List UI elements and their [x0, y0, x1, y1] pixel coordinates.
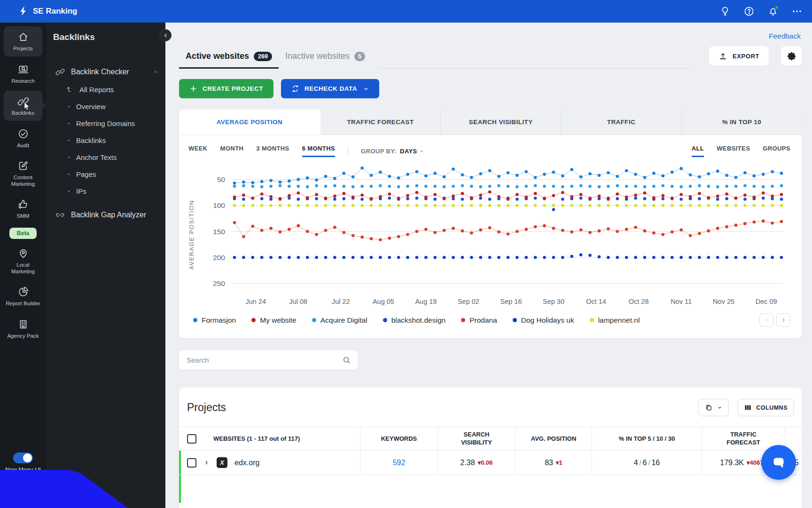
chevron-left-icon — [163, 32, 169, 39]
svg-text:Jul 08: Jul 08 — [289, 298, 307, 305]
sidebar-item-content-marketing[interactable]: Content Marketing — [4, 155, 42, 191]
chart-tab-traffic-forecast[interactable]: TRAFFIC FORECAST — [320, 110, 441, 135]
search-input[interactable] — [187, 356, 342, 364]
link-icon — [55, 67, 65, 77]
create-project-button[interactable]: CREATE PROJECT — [179, 79, 273, 98]
sidebar-item-agency-pack[interactable]: Agency Pack — [4, 314, 42, 344]
legend-item-my-website[interactable]: My website — [251, 316, 297, 325]
sidebar-item-research[interactable]: Research — [4, 59, 42, 89]
legend-item-blackshot-design[interactable]: blackshot.design — [383, 316, 445, 325]
svg-text:250: 250 — [213, 279, 225, 287]
svg-text:Sep 16: Sep 16 — [500, 298, 522, 305]
tips-button[interactable] — [719, 6, 731, 17]
legend-item-dog-holidays-uk[interactable]: Dog Holidays uk — [513, 316, 574, 325]
scope-groups[interactable]: GROUPS — [763, 145, 790, 157]
chevron-down-icon — [363, 86, 369, 92]
duplicate-icon — [705, 404, 713, 412]
chart-tab-average-position[interactable]: AVERAGE POSITION — [179, 110, 320, 135]
average-position-chart[interactable]: 50100150200250Jun 24Jul 08Jul 22Aug 05Au… — [198, 162, 787, 308]
subnav-item-ips[interactable]: IPs — [53, 183, 165, 199]
legend-next-button[interactable] — [776, 313, 790, 327]
recheck-data-button[interactable]: RECHECK DATA — [281, 79, 379, 98]
tab-active-websites[interactable]: Active websites269 — [179, 51, 279, 69]
building-icon — [17, 318, 29, 330]
svg-text:Aug 05: Aug 05 — [373, 298, 394, 305]
subnav-group-backlink-gap-analyzer[interactable]: Backlink Gap Analyzer — [53, 206, 165, 224]
return-icon — [65, 86, 73, 94]
range-3-months[interactable]: 3 MONTHS — [256, 145, 289, 157]
column-header[interactable]: SEARCH VISIBILITY — [438, 427, 515, 450]
svg-text:Jul 22: Jul 22 — [332, 298, 350, 305]
svg-text:Jun 24: Jun 24 — [246, 298, 266, 305]
chart-tab--in-top-10[interactable]: % IN TOP 10 — [682, 110, 802, 135]
range-6-months[interactable]: 6 MONTHS — [302, 145, 335, 157]
row-checkbox[interactable] — [187, 458, 196, 468]
tab-inactive-websites[interactable]: Inactive websites5 — [279, 51, 372, 69]
svg-text:200: 200 — [213, 254, 225, 262]
sidebar-collapse-button[interactable] — [159, 29, 172, 41]
subnav-item-anchor-texts[interactable]: Anchor Texts — [53, 149, 165, 166]
bullet — [68, 140, 70, 141]
backlinks-sidebar: Backlinks Backlink CheckerAll ReportsOve… — [46, 23, 165, 508]
svg-text:Oct 14: Oct 14 — [586, 298, 606, 305]
help-icon — [743, 6, 755, 17]
sidebar-item-local-marketing[interactable]: Local Marketing — [4, 243, 42, 279]
subnav-item-referring-domains[interactable]: Referring Domains — [53, 115, 165, 132]
bulb-icon — [719, 6, 731, 17]
range-month[interactable]: MONTH — [220, 145, 244, 157]
chevdown-icon — [419, 149, 424, 154]
subnav-item-pages[interactable]: Pages — [53, 166, 165, 183]
primary-sidebar: ProjectsResearchBacklinksAuditContent Ma… — [0, 23, 46, 508]
svg-text:Sep 30: Sep 30 — [543, 298, 564, 305]
scope-websites[interactable]: WEBSITES — [717, 145, 750, 157]
column-header[interactable]: % IN TOP 5 / 10 / 30 — [592, 427, 702, 450]
brand[interactable]: SE Ranking — [18, 6, 77, 16]
chevup-icon — [152, 69, 159, 75]
more-menu-button[interactable] — [791, 6, 803, 17]
search-icon[interactable] — [342, 356, 351, 365]
legend-dot — [312, 318, 316, 322]
projects-title: Projects — [187, 401, 226, 414]
sidebar-item-projects[interactable]: Projects — [4, 26, 42, 56]
bullet — [68, 106, 70, 107]
website-cell: Xedx.org — [179, 451, 360, 475]
column-header[interactable] — [785, 427, 802, 450]
scope-all[interactable]: ALL — [692, 145, 704, 157]
select-all-checkbox[interactable] — [187, 434, 196, 444]
avg-position-cell: 83▾1 — [515, 451, 592, 475]
subnav-item-overview[interactable]: Overview — [53, 98, 165, 115]
settings-button[interactable] — [781, 46, 802, 66]
subnav-item-backlinks[interactable]: Backlinks — [53, 132, 165, 149]
range-week[interactable]: WEEK — [188, 145, 208, 157]
legend-prev-button[interactable] — [759, 313, 773, 327]
bullet — [68, 123, 70, 124]
mouse-cursor — [23, 102, 31, 112]
new-menu-ui-toggle[interactable] — [13, 452, 33, 463]
column-header[interactable]: AVG. POSITION — [515, 427, 592, 450]
legend-item-acquire-digital[interactable]: Acquire Digital — [312, 316, 367, 325]
sidebar-item-smm[interactable]: SMM — [4, 194, 42, 224]
export-button[interactable]: EXPORT — [709, 46, 769, 66]
copy-view-button[interactable] — [698, 399, 729, 416]
refresh-icon — [291, 85, 299, 93]
expand-row-icon[interactable] — [203, 460, 210, 466]
chart-tab-search-visibility[interactable]: SEARCH VISIBILITY — [441, 110, 561, 135]
subnav-group-backlink-checker[interactable]: Backlink Checker — [53, 63, 165, 81]
website-domain[interactable]: edx.org — [234, 459, 259, 467]
help-button[interactable] — [743, 6, 755, 17]
column-header[interactable]: KEYWORDS — [360, 427, 438, 450]
notifications-button[interactable] — [767, 6, 779, 17]
subnav-item-all-reports[interactable]: All Reports — [53, 81, 165, 98]
sidebar-item-audit[interactable]: Audit — [4, 123, 42, 153]
legend-item-lampennet-nl[interactable]: lampennet.nl — [590, 316, 640, 325]
feedback-link[interactable]: Feedback — [769, 32, 801, 40]
chart-tab-traffic[interactable]: TRAFFIC — [561, 110, 681, 135]
chat-icon — [770, 453, 788, 471]
sidebar-item-report-builder[interactable]: Report Builder — [4, 281, 42, 311]
legend-item-prodana[interactable]: Prodana — [461, 316, 497, 325]
columns-button[interactable]: COLUMNS — [737, 399, 794, 416]
content-icon — [17, 160, 29, 172]
legend-item-formasjon[interactable]: Formasjon — [193, 316, 236, 325]
group-by-dropdown[interactable]: GROUP BY:DAYS — [361, 148, 424, 155]
support-chat-button[interactable] — [761, 445, 796, 480]
